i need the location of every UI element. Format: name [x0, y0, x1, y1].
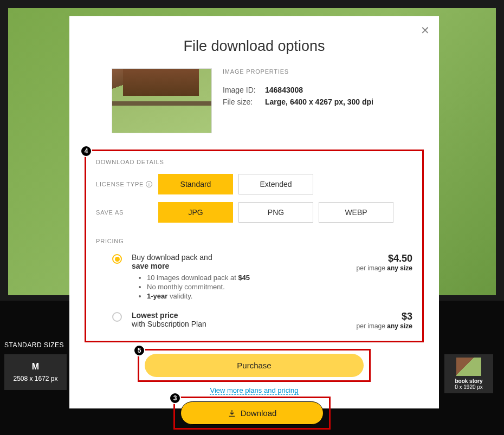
purchase-highlight: 5 Purchase — [138, 349, 371, 382]
download-options-modal: ✕ File download options IMAGE PROPERTIES… — [69, 16, 439, 408]
close-icon[interactable]: ✕ — [418, 24, 431, 37]
info-icon[interactable]: i — [146, 181, 152, 187]
view-plans-link[interactable]: View more plans and pricing — [210, 386, 298, 395]
size-dimensions: 0 x 1920 px — [448, 384, 490, 390]
license-standard-button[interactable]: Standard — [158, 174, 233, 194]
step-badge-3: 3 — [169, 392, 181, 404]
image-id-label: Image ID: — [223, 86, 261, 94]
details-header: DOWNLOAD DETAILS — [96, 159, 412, 165]
step-badge-4: 4 — [80, 145, 92, 157]
download-button[interactable]: Download — [180, 401, 324, 425]
image-thumbnail — [112, 68, 212, 133]
pricing-header: PRICING — [96, 238, 412, 244]
download-icon — [228, 409, 236, 418]
size-letter: M — [8, 362, 63, 372]
size-dimensions: 2508 x 1672 px — [8, 375, 63, 382]
size-card-m[interactable]: M 2508 x 1672 px — [4, 354, 67, 390]
modal-title: File download options — [90, 38, 418, 55]
pack-price-sub: per image any size — [357, 264, 412, 272]
pack-details-list: 10 images download pack at $45 No monthl… — [147, 274, 347, 300]
license-type-label: LICENSE TYPE i — [96, 181, 158, 187]
properties-header: IMAGE PROPERTIES — [223, 68, 418, 75]
subscription-price-sub: per image any size — [357, 322, 412, 330]
size-card-story[interactable]: book story 0 x 1920 px — [444, 354, 493, 393]
format-jpg-button[interactable]: JPG — [158, 202, 233, 223]
subscription-price: $3 — [357, 311, 412, 322]
pricing-option-pack[interactable]: Buy download pack and save more 10 image… — [96, 253, 412, 301]
radio-pack[interactable] — [112, 254, 122, 264]
format-png-button[interactable]: PNG — [238, 202, 313, 223]
filesize-label: File size: — [223, 98, 261, 106]
saveas-label: SAVE AS — [96, 209, 158, 216]
license-extended-button[interactable]: Extended — [238, 174, 313, 194]
size-name: book story — [448, 378, 490, 384]
image-id-value: 146843008 — [265, 86, 303, 94]
pack-price: $4.50 — [357, 253, 412, 264]
step-badge-5: 5 — [133, 345, 145, 356]
format-webp-button[interactable]: WEBP — [319, 202, 393, 223]
filesize-value: Large, 6400 x 4267 px, 300 dpi — [265, 98, 373, 106]
purchase-button[interactable]: Purchase — [145, 354, 364, 377]
download-highlight: 3 Download — [173, 397, 331, 430]
download-details: 4 DOWNLOAD DETAILS LICENSE TYPE i Standa… — [85, 150, 424, 342]
radio-subscription[interactable] — [112, 312, 122, 322]
image-properties: IMAGE PROPERTIES Image ID: 146843008 Fil… — [90, 68, 418, 133]
size-thumb — [456, 358, 481, 376]
pricing-option-subscription[interactable]: Lowest price with Subscription Plan $3 p… — [96, 311, 412, 330]
